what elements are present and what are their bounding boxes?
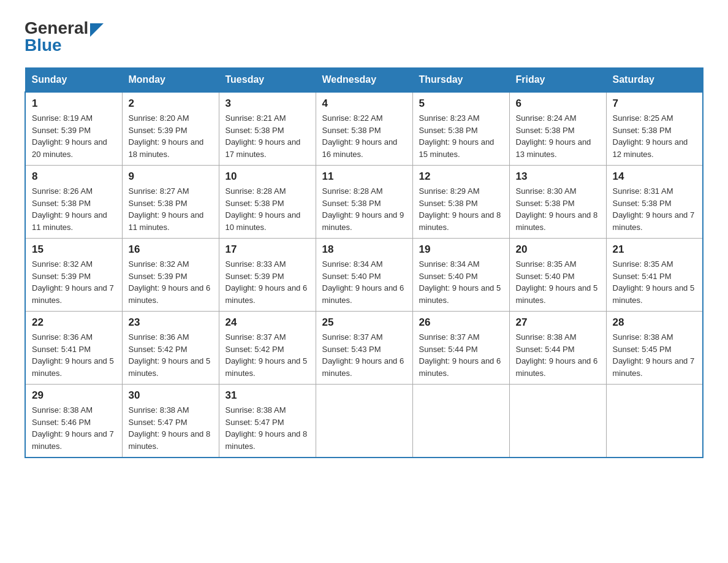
header-thursday: Thursday <box>412 68 509 93</box>
day-number: 26 <box>419 316 503 329</box>
calendar-cell: 10 Sunrise: 8:28 AMSunset: 5:38 PMDaylig… <box>219 166 316 239</box>
calendar-cell <box>606 385 703 458</box>
day-number: 5 <box>419 98 503 110</box>
day-info: Sunrise: 8:23 AMSunset: 5:38 PMDaylight:… <box>419 112 503 160</box>
header-tuesday: Tuesday <box>219 68 316 93</box>
logo-triangle-icon <box>90 23 104 37</box>
day-info: Sunrise: 8:27 AMSunset: 5:38 PMDaylight:… <box>129 185 213 233</box>
calendar-table: SundayMondayTuesdayWednesdayThursdayFrid… <box>25 67 703 458</box>
day-number: 24 <box>226 316 309 329</box>
calendar-cell: 15 Sunrise: 8:32 AMSunset: 5:39 PMDaylig… <box>25 239 122 312</box>
day-info: Sunrise: 8:22 AMSunset: 5:38 PMDaylight:… <box>322 112 406 160</box>
day-info: Sunrise: 8:34 AMSunset: 5:40 PMDaylight:… <box>322 258 406 306</box>
day-number: 11 <box>322 170 406 183</box>
day-info: Sunrise: 8:38 AMSunset: 5:47 PMDaylight:… <box>226 404 309 452</box>
day-info: Sunrise: 8:34 AMSunset: 5:40 PMDaylight:… <box>419 258 503 306</box>
calendar-cell: 13 Sunrise: 8:30 AMSunset: 5:38 PMDaylig… <box>509 166 606 239</box>
day-number: 12 <box>419 170 503 183</box>
calendar-cell: 1 Sunrise: 8:19 AMSunset: 5:39 PMDayligh… <box>25 92 122 166</box>
header-friday: Friday <box>509 68 606 93</box>
day-info: Sunrise: 8:32 AMSunset: 5:39 PMDaylight:… <box>129 258 213 306</box>
svg-marker-0 <box>90 23 104 37</box>
day-number: 20 <box>516 243 600 256</box>
day-info: Sunrise: 8:35 AMSunset: 5:41 PMDaylight:… <box>613 258 697 306</box>
day-number: 27 <box>516 316 600 329</box>
calendar-cell <box>509 385 606 458</box>
header-sunday: Sunday <box>25 68 122 93</box>
calendar-header-row: SundayMondayTuesdayWednesdayThursdayFrid… <box>25 68 703 93</box>
day-number: 30 <box>129 389 213 402</box>
day-info: Sunrise: 8:36 AMSunset: 5:42 PMDaylight:… <box>129 331 213 379</box>
calendar-cell <box>316 385 412 458</box>
day-info: Sunrise: 8:38 AMSunset: 5:45 PMDaylight:… <box>613 331 697 379</box>
calendar-cell: 22 Sunrise: 8:36 AMSunset: 5:41 PMDaylig… <box>25 312 122 385</box>
day-info: Sunrise: 8:29 AMSunset: 5:38 PMDaylight:… <box>419 185 503 233</box>
calendar-cell: 19 Sunrise: 8:34 AMSunset: 5:40 PMDaylig… <box>412 239 509 312</box>
day-info: Sunrise: 8:31 AMSunset: 5:38 PMDaylight:… <box>613 185 697 233</box>
calendar-cell: 3 Sunrise: 8:21 AMSunset: 5:38 PMDayligh… <box>219 92 316 166</box>
calendar-cell: 23 Sunrise: 8:36 AMSunset: 5:42 PMDaylig… <box>122 312 219 385</box>
logo-blue: Blue <box>25 36 62 55</box>
day-info: Sunrise: 8:35 AMSunset: 5:40 PMDaylight:… <box>516 258 600 306</box>
calendar-cell: 21 Sunrise: 8:35 AMSunset: 5:41 PMDaylig… <box>606 239 703 312</box>
calendar-cell: 17 Sunrise: 8:33 AMSunset: 5:39 PMDaylig… <box>219 239 316 312</box>
day-number: 21 <box>613 243 697 256</box>
day-info: Sunrise: 8:30 AMSunset: 5:38 PMDaylight:… <box>516 185 600 233</box>
calendar-week-row: 29 Sunrise: 8:38 AMSunset: 5:46 PMDaylig… <box>25 385 703 458</box>
day-number: 13 <box>516 170 600 183</box>
calendar-cell: 8 Sunrise: 8:26 AMSunset: 5:38 PMDayligh… <box>25 166 122 239</box>
calendar-cell: 20 Sunrise: 8:35 AMSunset: 5:40 PMDaylig… <box>509 239 606 312</box>
day-number: 10 <box>226 170 309 183</box>
day-number: 16 <box>129 243 213 256</box>
calendar-cell: 12 Sunrise: 8:29 AMSunset: 5:38 PMDaylig… <box>412 166 509 239</box>
calendar-cell: 7 Sunrise: 8:25 AMSunset: 5:38 PMDayligh… <box>606 92 703 166</box>
day-number: 3 <box>226 98 309 110</box>
calendar-cell: 4 Sunrise: 8:22 AMSunset: 5:38 PMDayligh… <box>316 92 412 166</box>
day-number: 25 <box>322 316 406 329</box>
day-number: 2 <box>129 98 213 110</box>
day-info: Sunrise: 8:37 AMSunset: 5:42 PMDaylight:… <box>226 331 309 379</box>
calendar-cell <box>412 385 509 458</box>
calendar-week-row: 22 Sunrise: 8:36 AMSunset: 5:41 PMDaylig… <box>25 312 703 385</box>
day-info: Sunrise: 8:25 AMSunset: 5:38 PMDaylight:… <box>613 112 697 160</box>
calendar-cell: 16 Sunrise: 8:32 AMSunset: 5:39 PMDaylig… <box>122 239 219 312</box>
calendar-cell: 29 Sunrise: 8:38 AMSunset: 5:46 PMDaylig… <box>25 385 122 458</box>
calendar-cell: 31 Sunrise: 8:38 AMSunset: 5:47 PMDaylig… <box>219 385 316 458</box>
calendar-cell: 9 Sunrise: 8:27 AMSunset: 5:38 PMDayligh… <box>122 166 219 239</box>
day-info: Sunrise: 8:20 AMSunset: 5:39 PMDaylight:… <box>129 112 213 160</box>
day-info: Sunrise: 8:36 AMSunset: 5:41 PMDaylight:… <box>32 331 116 379</box>
day-number: 1 <box>32 98 116 110</box>
day-number: 18 <box>322 243 406 256</box>
calendar-cell: 28 Sunrise: 8:38 AMSunset: 5:45 PMDaylig… <box>606 312 703 385</box>
calendar-cell: 24 Sunrise: 8:37 AMSunset: 5:42 PMDaylig… <box>219 312 316 385</box>
day-info: Sunrise: 8:32 AMSunset: 5:39 PMDaylight:… <box>32 258 116 306</box>
calendar-week-row: 15 Sunrise: 8:32 AMSunset: 5:39 PMDaylig… <box>25 239 703 312</box>
day-number: 4 <box>322 98 406 110</box>
day-info: Sunrise: 8:37 AMSunset: 5:43 PMDaylight:… <box>322 331 406 379</box>
day-info: Sunrise: 8:24 AMSunset: 5:38 PMDaylight:… <box>516 112 600 160</box>
day-number: 31 <box>226 389 309 402</box>
day-number: 22 <box>32 316 116 329</box>
page-header: General Blue <box>25 18 703 55</box>
day-info: Sunrise: 8:28 AMSunset: 5:38 PMDaylight:… <box>226 185 309 233</box>
logo: General Blue <box>25 18 104 55</box>
day-number: 14 <box>613 170 697 183</box>
calendar-cell: 27 Sunrise: 8:38 AMSunset: 5:44 PMDaylig… <box>509 312 606 385</box>
day-info: Sunrise: 8:19 AMSunset: 5:39 PMDaylight:… <box>32 112 116 160</box>
day-info: Sunrise: 8:21 AMSunset: 5:38 PMDaylight:… <box>226 112 309 160</box>
calendar-cell: 25 Sunrise: 8:37 AMSunset: 5:43 PMDaylig… <box>316 312 412 385</box>
calendar-cell: 5 Sunrise: 8:23 AMSunset: 5:38 PMDayligh… <box>412 92 509 166</box>
day-number: 29 <box>32 389 116 402</box>
day-number: 9 <box>129 170 213 183</box>
header-wednesday: Wednesday <box>316 68 412 93</box>
day-number: 7 <box>613 98 697 110</box>
header-monday: Monday <box>122 68 219 93</box>
day-info: Sunrise: 8:38 AMSunset: 5:46 PMDaylight:… <box>32 404 116 452</box>
calendar-cell: 26 Sunrise: 8:37 AMSunset: 5:44 PMDaylig… <box>412 312 509 385</box>
day-info: Sunrise: 8:33 AMSunset: 5:39 PMDaylight:… <box>226 258 309 306</box>
day-number: 6 <box>516 98 600 110</box>
day-info: Sunrise: 8:37 AMSunset: 5:44 PMDaylight:… <box>419 331 503 379</box>
day-info: Sunrise: 8:38 AMSunset: 5:44 PMDaylight:… <box>516 331 600 379</box>
calendar-cell: 18 Sunrise: 8:34 AMSunset: 5:40 PMDaylig… <box>316 239 412 312</box>
calendar-cell: 11 Sunrise: 8:28 AMSunset: 5:38 PMDaylig… <box>316 166 412 239</box>
